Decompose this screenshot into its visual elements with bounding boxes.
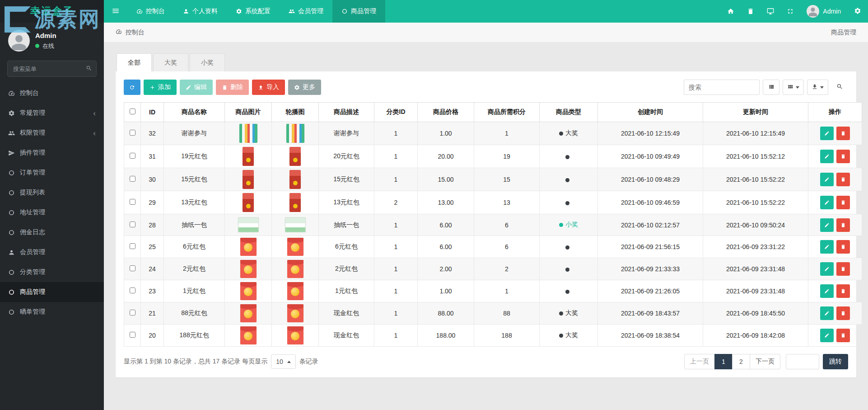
column-header[interactable]: 商品类型	[540, 103, 598, 122]
column-header[interactable]: 商品所需积分	[474, 103, 540, 122]
delete-row-button[interactable]	[836, 173, 850, 186]
delete-row-button[interactable]	[836, 150, 850, 163]
tab-all[interactable]: 全部	[117, 53, 152, 71]
export-button[interactable]	[807, 80, 828, 95]
banner-image[interactable]	[285, 217, 306, 232]
page-button-1[interactable]: 1	[714, 354, 733, 369]
row-checkbox[interactable]	[130, 221, 135, 227]
edit-row-button[interactable]	[820, 150, 834, 163]
jump-page-input[interactable]	[786, 354, 819, 369]
admin-dropdown[interactable]: Admin	[800, 0, 847, 23]
product-image[interactable]	[243, 147, 254, 166]
more-button[interactable]: 更多	[288, 80, 321, 95]
column-header[interactable]: 操作	[808, 103, 862, 122]
table-search-input[interactable]	[684, 80, 760, 95]
banner-image[interactable]	[289, 147, 301, 166]
fullscreen-button[interactable]	[780, 0, 800, 23]
jump-button[interactable]: 跳转	[823, 354, 848, 369]
clear-cache-button[interactable]	[741, 0, 761, 23]
product-image[interactable]	[240, 304, 257, 322]
row-checkbox[interactable]	[130, 332, 135, 338]
edit-row-button[interactable]	[820, 284, 834, 298]
sidebar-item-member[interactable]: 会员管理	[0, 242, 104, 262]
menu-search-input[interactable]	[7, 61, 97, 77]
row-checkbox[interactable]	[130, 310, 135, 316]
row-checkbox[interactable]	[130, 287, 135, 293]
sidebar-item-address[interactable]: 地址管理	[0, 203, 104, 222]
app-logo[interactable]: 幸运盒子	[0, 0, 104, 23]
home-button[interactable]	[721, 0, 741, 23]
refresh-button[interactable]	[124, 80, 140, 95]
product-image[interactable]	[240, 282, 257, 300]
delete-row-button[interactable]	[836, 306, 850, 320]
delete-row-button[interactable]	[836, 240, 850, 254]
banner-image[interactable]	[287, 238, 303, 256]
row-checkbox[interactable]	[130, 176, 135, 182]
settings-button[interactable]	[847, 0, 868, 23]
delete-row-button[interactable]	[836, 196, 850, 209]
row-checkbox[interactable]	[130, 199, 135, 205]
banner-image[interactable]	[289, 170, 301, 189]
banner-image[interactable]	[286, 124, 304, 143]
column-header[interactable]: 分类ID	[374, 103, 418, 122]
sidebar-item-plugin[interactable]: 插件管理	[0, 143, 104, 163]
delete-row-button[interactable]	[836, 262, 850, 276]
row-checkbox[interactable]	[130, 130, 135, 136]
column-header[interactable]: ID	[141, 103, 164, 122]
edit-button[interactable]: 编辑	[180, 80, 213, 95]
sidebar-item-withdraw[interactable]: 提现列表	[0, 183, 104, 203]
edit-row-button[interactable]	[820, 262, 834, 276]
column-header[interactable]: 创建时间	[598, 103, 703, 122]
product-image[interactable]	[239, 124, 257, 143]
columns-button[interactable]	[783, 80, 804, 95]
column-header[interactable]: 商品名称	[164, 103, 225, 122]
sidebar-item-order[interactable]: 订单管理	[0, 163, 104, 183]
tab-small[interactable]: 小奖	[190, 53, 225, 71]
column-header[interactable]: 商品描述	[319, 103, 374, 122]
sidebar-item-commission[interactable]: 佣金日志	[0, 222, 104, 242]
sidebar-item-console[interactable]: 控制台	[0, 83, 104, 103]
banner-image[interactable]	[287, 260, 303, 278]
delete-row-button[interactable]	[836, 329, 850, 342]
search-icon-wrap[interactable]	[86, 65, 92, 73]
row-checkbox[interactable]	[130, 243, 135, 249]
topnav-item-profile[interactable]: 个人资料	[174, 0, 227, 23]
column-header[interactable]: 商品价格	[418, 103, 474, 122]
column-header[interactable]: 轮播图	[272, 103, 319, 122]
topnav-item-goods[interactable]: 商品管理	[332, 0, 385, 23]
product-image[interactable]	[240, 326, 257, 344]
sidebar-item-auth[interactable]: 权限管理‹	[0, 123, 104, 143]
tab-big[interactable]: 大奖	[153, 53, 188, 71]
column-header[interactable]: 商品图片	[225, 103, 272, 122]
banner-image[interactable]	[287, 304, 303, 322]
banner-image[interactable]	[287, 326, 303, 344]
row-checkbox[interactable]	[130, 265, 135, 271]
add-button[interactable]: 添加	[144, 80, 177, 95]
breadcrumb-left[interactable]: 控制台	[116, 28, 145, 37]
toggle-view-button[interactable]	[763, 80, 779, 95]
row-checkbox[interactable]	[130, 153, 135, 159]
delete-button[interactable]: 删除	[216, 80, 249, 95]
prev-page-button[interactable]: 上一页	[684, 354, 715, 369]
product-image[interactable]	[243, 170, 254, 189]
edit-row-button[interactable]	[820, 196, 834, 209]
edit-row-button[interactable]	[820, 218, 834, 232]
sidebar-item-share[interactable]: 晒单管理	[0, 302, 104, 322]
column-header[interactable]: 更新时间	[703, 103, 808, 122]
sidebar-item-goods[interactable]: 商品管理	[0, 282, 104, 302]
edit-row-button[interactable]	[820, 306, 834, 320]
select-all-checkbox[interactable]	[130, 108, 135, 114]
product-image[interactable]	[243, 193, 254, 212]
sidebar-item-general[interactable]: 常规管理‹	[0, 103, 104, 123]
edit-row-button[interactable]	[820, 240, 834, 254]
topnav-item-config[interactable]: 系统配置	[227, 0, 280, 23]
delete-row-button[interactable]	[836, 284, 850, 298]
sidebar-toggle-button[interactable]	[104, 0, 127, 23]
product-image[interactable]	[240, 238, 257, 256]
delete-row-button[interactable]	[836, 127, 850, 140]
import-button[interactable]: 导入	[252, 80, 285, 95]
topnav-item-console[interactable]: 控制台	[127, 0, 174, 23]
next-page-button[interactable]: 下一页	[750, 354, 780, 369]
sidebar-item-category[interactable]: 分类管理	[0, 262, 104, 282]
banner-image[interactable]	[287, 282, 303, 300]
